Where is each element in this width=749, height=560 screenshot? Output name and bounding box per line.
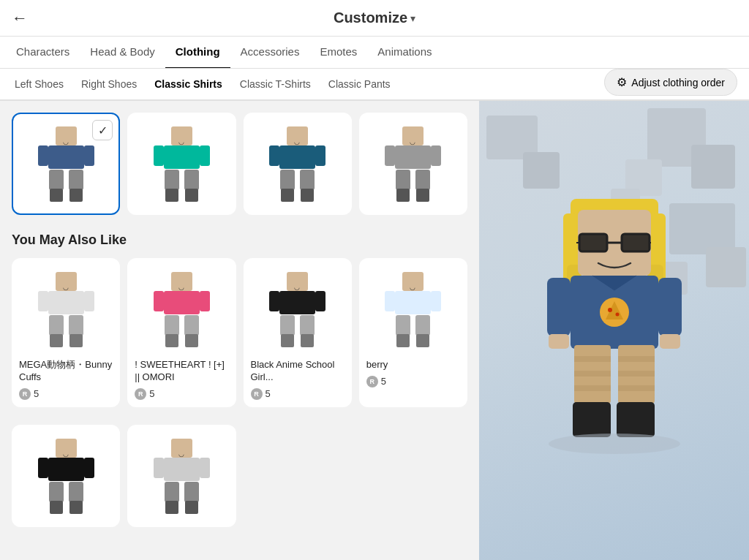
svg-rect-80 [69, 501, 83, 514]
svg-rect-88 [165, 501, 178, 514]
svg-text:◡: ◡ [63, 450, 69, 458]
svg-rect-17 [185, 189, 198, 202]
sub-tab-right-shoes[interactable]: Right Shoes [72, 69, 146, 101]
svg-rect-34 [396, 189, 410, 202]
svg-rect-126 [618, 356, 655, 362]
character-svg [519, 177, 710, 484]
svg-rect-53 [185, 334, 198, 347]
robux-icon: R [19, 388, 31, 400]
robux-icon: R [366, 376, 378, 387]
adjust-btn-label: Adjust clothing order [631, 77, 725, 88]
product-card[interactable]: ◡ berryR 5 [359, 258, 467, 407]
svg-rect-13 [200, 145, 210, 166]
svg-rect-51 [184, 315, 199, 336]
svg-rect-4 [84, 145, 94, 166]
svg-rect-111 [622, 235, 649, 251]
svg-rect-31 [431, 145, 441, 166]
product-name: berry [366, 359, 460, 371]
svg-rect-60 [300, 315, 315, 336]
svg-rect-11 [164, 145, 200, 169]
svg-point-116 [615, 313, 619, 317]
sub-tab-classic-tshirts[interactable]: Classic T-Shirts [231, 69, 320, 101]
clothing-item[interactable]: ◡ [127, 425, 236, 527]
svg-text:◡: ◡ [63, 138, 69, 145]
back-button[interactable]: ← [12, 9, 28, 28]
product-price: R 5 [251, 388, 345, 400]
svg-rect-3 [38, 145, 48, 166]
clothing-item[interactable]: ◡ [359, 113, 467, 215]
svg-rect-58 [315, 291, 325, 311]
robux-icon: R [135, 388, 146, 400]
tab-emotes[interactable]: Emotes [309, 37, 367, 69]
svg-rect-14 [165, 170, 179, 190]
product-card[interactable]: ◡ Black Anime School Girl...R 5 [244, 258, 352, 407]
svg-text:◡: ◡ [63, 284, 69, 291]
svg-point-131 [549, 434, 680, 454]
svg-rect-127 [618, 371, 655, 377]
product-image: ◡ [19, 265, 113, 353]
svg-text:◡: ◡ [410, 138, 415, 145]
svg-rect-75 [38, 458, 48, 478]
svg-rect-35 [416, 189, 429, 202]
mini-character: ◡ [382, 124, 444, 204]
svg-rect-79 [50, 501, 63, 514]
tab-characters[interactable]: Characters [6, 37, 80, 69]
title-dropdown-arrow[interactable]: ▾ [410, 12, 415, 24]
svg-rect-71 [416, 334, 429, 347]
sub-tab-classic-pants[interactable]: Classic Pants [320, 69, 399, 101]
product-mini-char: ◡ [266, 269, 328, 349]
svg-rect-110 [580, 235, 606, 251]
mini-character: ◡ [151, 124, 213, 204]
svg-rect-29 [395, 145, 431, 169]
adjust-icon: ⚙ [617, 75, 627, 89]
tab-clothing[interactable]: Clothing [165, 37, 230, 69]
header: ← Customize ▾ [0, 0, 749, 37]
svg-rect-21 [269, 145, 279, 166]
clothing-item[interactable]: ◡ [244, 113, 352, 215]
product-card[interactable]: ◡ MEGA動物柄・Bunny CuffsR 5 [12, 258, 120, 407]
svg-rect-62 [301, 334, 314, 347]
product-card[interactable]: ◡ ! SWEETHEART ! [+] || OMORIR 5 [127, 258, 236, 407]
svg-rect-8 [69, 189, 83, 202]
svg-rect-86 [165, 482, 179, 502]
svg-rect-84 [154, 458, 164, 478]
svg-text:◡: ◡ [178, 450, 184, 458]
svg-rect-85 [200, 458, 210, 478]
svg-rect-87 [184, 482, 199, 502]
svg-rect-12 [154, 145, 164, 166]
svg-rect-40 [84, 291, 94, 311]
adjust-clothing-order-button[interactable]: ⚙ Adjust clothing order [604, 69, 737, 96]
svg-rect-68 [396, 315, 410, 336]
main-layout: ✓ ◡ ◡ ◡ [0, 101, 749, 560]
sub-tab-left-shoes[interactable]: Left Shoes [6, 69, 72, 101]
product-price: R 5 [135, 388, 228, 400]
svg-text:◡: ◡ [294, 284, 300, 291]
tab-head-body[interactable]: Head & Body [80, 37, 165, 69]
clothing-item[interactable]: ✓ ◡ [12, 113, 120, 215]
product-image: ◡ [366, 265, 460, 353]
svg-text:◡: ◡ [294, 138, 300, 145]
product-mini-char: ◡ [35, 269, 97, 349]
clothing-item[interactable]: ◡ [127, 113, 236, 215]
sub-tab-classic-shirts[interactable]: Classic Shirts [146, 69, 231, 101]
clothing-item[interactable]: ◡ [12, 425, 120, 527]
product-mini-char: ◡ [382, 269, 444, 349]
svg-rect-118 [549, 334, 569, 349]
mini-character: ◡ [35, 124, 97, 204]
svg-rect-61 [281, 334, 294, 347]
svg-rect-48 [154, 291, 164, 311]
selected-check: ✓ [92, 120, 113, 140]
svg-rect-25 [281, 189, 294, 202]
you-may-also-like-title: You May Also Like [12, 232, 467, 248]
svg-rect-5 [49, 170, 64, 190]
tab-animations[interactable]: Animations [367, 37, 442, 69]
product-name: ! SWEETHEART ! [+] || OMORI [135, 359, 228, 384]
svg-rect-41 [49, 315, 64, 336]
svg-rect-65 [395, 291, 431, 314]
tab-accessories[interactable]: Accessories [230, 37, 310, 69]
svg-rect-83 [164, 458, 200, 481]
svg-rect-24 [300, 170, 315, 190]
svg-rect-59 [280, 315, 295, 336]
svg-text:◡: ◡ [178, 138, 184, 145]
product-image: ◡ [135, 265, 228, 353]
